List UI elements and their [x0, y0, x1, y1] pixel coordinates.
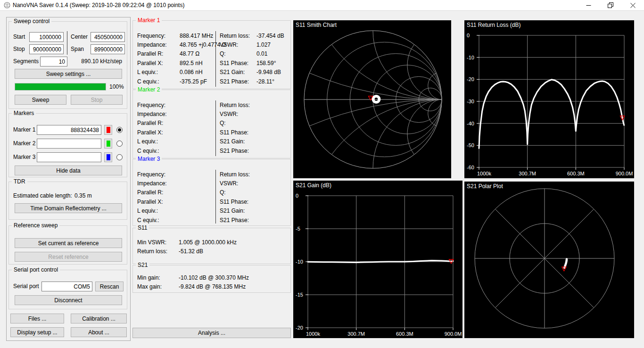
minimize-button[interactable] — [578, 0, 599, 10]
field-row: S21 Phase:-28.11° — [220, 77, 288, 86]
marker-2-radio[interactable] — [116, 141, 123, 147]
disconnect-button[interactable]: Disconnect — [15, 295, 122, 305]
marker-1-color-button[interactable] — [104, 125, 112, 135]
svg-text:-10: -10 — [296, 259, 303, 265]
sweep-settings-button[interactable]: Sweep settings ... — [15, 69, 122, 79]
chart-title: S21 Gain (dB) — [296, 182, 331, 189]
field-label: S11 Phase: — [220, 60, 256, 66]
field-label: Return loss: — [137, 248, 179, 255]
field-label: Return loss: — [220, 102, 256, 108]
marker-3-radio[interactable] — [116, 154, 123, 160]
hide-data-button[interactable]: Hide data — [15, 166, 122, 175]
field-row: Return loss:-51.32 dB — [137, 247, 288, 256]
s11-smith-chart-panel[interactable]: S11 Smith Chart — [293, 20, 451, 178]
s21-info-group: S21 Min gain:-10.102 dB @ 300.370 MHzMax… — [132, 265, 291, 293]
field-label: Impedance: — [137, 180, 180, 187]
files-button[interactable]: Files ... — [10, 314, 64, 323]
field-label: Return loss: — [220, 171, 256, 178]
field-value: -28.11° — [256, 78, 274, 85]
field-label: C equiv.: — [137, 148, 180, 154]
field-row: S21 Phase: — [220, 215, 288, 224]
about-button[interactable]: About ... — [71, 327, 127, 337]
field-label: Parallel X: — [137, 199, 180, 205]
field-row: VSWR: — [220, 179, 288, 188]
field-label: Parallel R: — [137, 120, 180, 126]
segments-input[interactable] — [40, 57, 67, 66]
serial-port-label: Serial port — [13, 283, 39, 290]
field-label: Frequency: — [137, 171, 180, 178]
field-row: Q: — [220, 188, 288, 197]
title-bar: NanoVNA Saver 0.1.4 (Sweep: 2019-10-28 0… — [0, 0, 644, 11]
marker-3-input[interactable] — [37, 152, 101, 162]
svg-text:900.0M: 900.0M — [445, 331, 462, 337]
marker-2-input[interactable] — [37, 139, 101, 149]
svg-text:-30: -30 — [467, 99, 474, 104]
chart-title: S11 Smith Chart — [296, 22, 337, 28]
marker-3-fields: Frequency:Impedance:Parallel R:Parallel … — [137, 170, 288, 224]
field-row: S21 Gain:-9.948 dB — [220, 68, 288, 77]
stop-input[interactable] — [29, 44, 64, 54]
display-setup-button[interactable]: Display setup ... — [10, 327, 64, 337]
restore-icon — [608, 2, 613, 8]
start-label: Start — [13, 33, 25, 40]
field-value: 0.01 — [256, 50, 267, 57]
field-value: 0.086 nH — [180, 69, 203, 75]
rescan-button[interactable]: Rescan — [95, 282, 124, 291]
marker-2-color-button[interactable] — [104, 139, 112, 149]
field-label: Parallel X: — [137, 129, 180, 136]
marker-1-info-group: Marker 1 Frequency:888.417 MHzImpedance:… — [132, 20, 291, 89]
field-label: S21 Gain: — [220, 207, 256, 214]
svg-text:0: 0 — [467, 33, 470, 38]
tdr-button[interactable]: Time Domain Reflectometry ... — [15, 203, 122, 213]
group-title: Reference sweep — [12, 222, 59, 229]
serial-port-input[interactable] — [41, 282, 92, 291]
field-value: -9.948 dB — [256, 69, 281, 75]
field-label: Impedance: — [137, 41, 180, 48]
marker-3-color-button[interactable] — [104, 152, 112, 162]
marker-3-color-swatch — [107, 154, 110, 160]
field-value: 888.417 MHz — [180, 33, 213, 39]
svg-text:-20: -20 — [296, 325, 303, 331]
marker-1-input[interactable] — [37, 125, 101, 135]
marker-1-fields: Frequency:888.417 MHzImpedance:48.765 +j… — [137, 31, 288, 87]
start-input[interactable] — [29, 32, 64, 42]
s11-return-loss-chart-panel[interactable]: S11 Return Loss (dB) 1000k300.7M600.3M90… — [464, 20, 634, 178]
sweep-progress-bar — [15, 83, 106, 91]
polar-chart — [464, 182, 634, 338]
span-input[interactable] — [91, 44, 125, 54]
field-row: Frequency: — [137, 170, 215, 179]
svg-text:600.3M: 600.3M — [567, 171, 585, 176]
chart-title: S21 Polar Plot — [467, 183, 503, 190]
set-reference-button[interactable]: Set current as reference — [15, 238, 122, 248]
analysis-button[interactable]: Analysis ... — [132, 328, 291, 338]
field-row: L equiv.: — [137, 137, 215, 146]
close-button[interactable] — [622, 0, 644, 10]
field-label: S11 Phase: — [220, 199, 256, 205]
marker-1-radio[interactable] — [116, 127, 123, 133]
sweep-button[interactable]: Sweep — [15, 95, 66, 105]
field-row: Min VSWR:1.005 @ 1000.000 kHz — [137, 238, 288, 247]
group-title: Marker 1 — [136, 17, 162, 24]
field-label: Parallel R: — [137, 189, 180, 196]
field-row: Max gain:-9.824 dB @ 768.135 MHz — [137, 282, 288, 291]
field-row: VSWR: — [220, 109, 288, 118]
field-label: C equiv.: — [137, 217, 180, 224]
center-input[interactable] — [91, 32, 125, 42]
group-title: S11 — [136, 224, 149, 231]
field-value: -51.32 dB — [179, 248, 203, 255]
restore-button[interactable] — [600, 0, 621, 10]
field-row: Return loss:-37.454 dB — [220, 31, 288, 40]
field-value: -37.454 dB — [256, 33, 284, 39]
field-label: S21 Gain: — [220, 69, 256, 75]
s21-polar-plot-panel[interactable]: S21 Polar Plot — [464, 182, 634, 338]
marker-2-color-swatch — [107, 141, 110, 147]
field-row: Parallel R:48.77 Ω — [137, 50, 215, 58]
calibration-button[interactable]: Calibration ... — [71, 314, 127, 323]
field-row: Q:0.01 — [220, 50, 288, 58]
field-row: L equiv.: — [137, 207, 215, 215]
field-row: Parallel X:892.5 nH — [137, 58, 215, 67]
field-value: 892.5 nH — [180, 60, 203, 66]
s21-gain-chart-panel[interactable]: S21 Gain (dB) 1000k300.7M600.3M900.0M0-5… — [293, 181, 462, 338]
cable-length-label: Estimated cable length: — [13, 192, 72, 199]
svg-text:-60: -60 — [467, 165, 474, 170]
